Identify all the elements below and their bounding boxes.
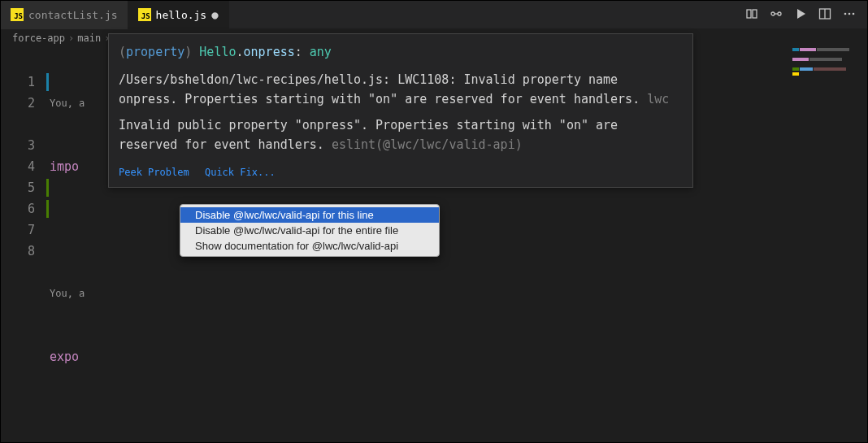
hover-signature: (property) Hello.onpress: any (119, 42, 683, 62)
hover-error: /Users/bsheldon/lwc-recipes/hello.js: LW… (119, 70, 683, 109)
js-icon: JS (11, 8, 24, 21)
hover-widget: (property) Hello.onpress: any /Users/bsh… (108, 33, 693, 188)
dirty-indicator-icon: ● (211, 8, 218, 21)
more-actions-icon[interactable] (843, 7, 856, 23)
tab-hello[interactable]: JS hello.js ● (128, 1, 229, 29)
minimap[interactable] (792, 48, 866, 80)
codelens[interactable]: You, a (50, 283, 867, 304)
keyword: impo (50, 159, 79, 174)
tab-label: contactList.js (28, 9, 118, 21)
keyword: expo (50, 350, 79, 364)
compare-changes-icon[interactable] (745, 7, 758, 23)
svg-point-6 (844, 12, 847, 15)
gutter: 1 2 3 4 5 6 7 8 (1, 50, 50, 443)
crumb-segment[interactable]: force-app (12, 33, 65, 44)
split-editor-icon[interactable] (818, 7, 831, 23)
hover-error: Invalid public property "onpress". Prope… (119, 115, 683, 154)
hover-actions: Peek Problem Quick Fix... (119, 161, 683, 182)
js-icon: JS (138, 8, 151, 21)
svg-rect-0 (747, 10, 751, 18)
svg-point-7 (848, 12, 851, 15)
crumb-segment[interactable]: main (77, 33, 101, 44)
quick-fix-link[interactable]: Quick Fix... (205, 167, 276, 178)
svg-point-2 (771, 12, 775, 15)
svg-rect-1 (753, 10, 757, 18)
svg-point-3 (778, 12, 781, 15)
quick-fix-menu: Disable @lwc/lwc/valid-api for this line… (180, 204, 440, 257)
editor-toolbar (745, 7, 867, 23)
quick-fix-item[interactable]: Disable @lwc/lwc/valid-api for the entir… (180, 223, 439, 238)
svg-point-8 (853, 12, 855, 15)
run-icon[interactable] (794, 7, 807, 23)
open-changes-icon[interactable] (770, 7, 783, 23)
peek-problem-link[interactable]: Peek Problem (119, 167, 189, 178)
quick-fix-item[interactable]: Disable @lwc/lwc/valid-api for this line (180, 207, 439, 223)
chevron-right-icon: › (68, 33, 74, 44)
tab-label: hello.js (156, 9, 207, 21)
tab-contactlist[interactable]: JS contactList.js (1, 1, 128, 29)
tab-bar: JS contactList.js JS hello.js ● (1, 1, 867, 29)
quick-fix-item[interactable]: Show documentation for @lwc/lwc/valid-ap… (180, 238, 439, 254)
